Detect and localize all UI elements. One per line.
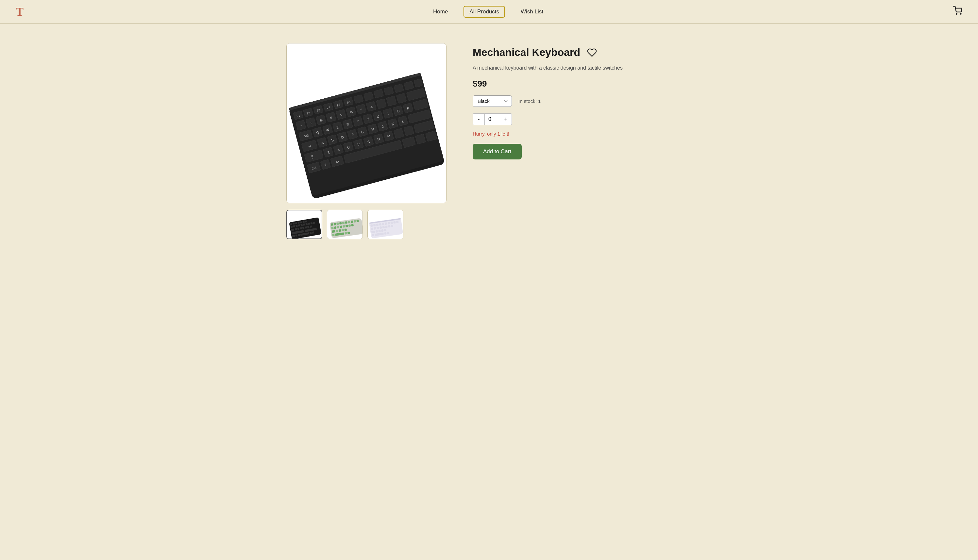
svg-point-0 — [956, 13, 957, 14]
svg-rect-142 — [305, 226, 307, 228]
nav-wish-list[interactable]: Wish List — [516, 7, 549, 17]
nav-home[interactable]: Home — [428, 7, 453, 17]
add-to-cart-button[interactable]: Add to Cart — [473, 144, 522, 160]
svg-rect-187 — [376, 223, 379, 226]
svg-rect-198 — [379, 226, 382, 229]
svg-rect-169 — [342, 225, 345, 228]
svg-rect-125 — [303, 221, 305, 223]
svg-rect-195 — [371, 227, 373, 230]
svg-rect-141 — [302, 227, 305, 229]
svg-point-1 — [960, 13, 961, 14]
svg-rect-133 — [305, 223, 308, 225]
cart-icon[interactable] — [953, 6, 962, 17]
svg-rect-192 — [390, 222, 393, 224]
svg-rect-131 — [300, 224, 303, 226]
svg-rect-165 — [331, 227, 334, 229]
svg-rect-130 — [298, 224, 300, 227]
svg-rect-140 — [300, 227, 302, 229]
svg-rect-188 — [379, 223, 381, 226]
svg-rect-200 — [385, 225, 388, 228]
product-description: A mechanical keyboard with a classic des… — [473, 65, 623, 71]
svg-rect-127 — [290, 225, 293, 228]
svg-rect-176 — [342, 229, 344, 231]
quantity-increase-button[interactable]: + — [500, 113, 512, 125]
svg-rect-160 — [345, 221, 347, 224]
quantity-row: - + — [473, 113, 623, 125]
product-details: Mechanical Keyboard A mechanical keyboar… — [473, 43, 623, 160]
svg-rect-161 — [348, 221, 350, 223]
svg-rect-175 — [339, 229, 341, 232]
svg-rect-185 — [371, 224, 373, 227]
hurry-message: Hurry, only 1 left! — [473, 131, 623, 137]
svg-rect-202 — [391, 225, 394, 227]
svg-rect-123 — [297, 222, 300, 224]
svg-rect-135 — [310, 222, 313, 225]
main-content: F1 F2 F3 F4 F5 F6 ~ ! @ # $ % ^ & Q — [260, 23, 718, 259]
svg-rect-124 — [300, 221, 302, 223]
svg-rect-204 — [375, 230, 378, 233]
svg-rect-163 — [354, 220, 356, 222]
svg-rect-143 — [307, 226, 310, 228]
thumbnail-list — [286, 210, 447, 239]
svg-rect-126 — [305, 220, 307, 222]
quantity-input[interactable] — [484, 113, 500, 125]
svg-rect-121 — [292, 222, 295, 225]
svg-rect-172 — [351, 224, 354, 227]
svg-rect-193 — [393, 221, 396, 224]
svg-rect-122 — [295, 222, 297, 224]
header: T Home All Products Wish List — [0, 0, 978, 23]
image-section: F1 F2 F3 F4 F5 F6 ~ ! @ # $ % ^ & Q — [286, 43, 447, 239]
svg-rect-159 — [342, 222, 345, 224]
color-select[interactable]: Black Green White — [473, 95, 512, 107]
svg-rect-156 — [334, 223, 336, 225]
svg-rect-157 — [336, 222, 339, 225]
svg-rect-191 — [388, 222, 390, 225]
svg-rect-148 — [295, 234, 297, 237]
svg-rect-162 — [351, 220, 353, 223]
svg-rect-206 — [381, 229, 384, 232]
product-title: Mechanical Keyboard — [473, 47, 580, 58]
svg-rect-205 — [378, 230, 381, 232]
svg-rect-132 — [303, 223, 305, 226]
quantity-decrease-button[interactable]: - — [473, 113, 484, 125]
main-nav: Home All Products Wish List — [428, 6, 549, 18]
svg-rect-199 — [382, 226, 385, 228]
svg-rect-210 — [384, 232, 387, 235]
stock-info: In stock: 1 — [518, 98, 541, 104]
svg-rect-170 — [345, 225, 348, 227]
svg-rect-197 — [377, 227, 379, 229]
keyboard-illustration: F1 F2 F3 F4 F5 F6 ~ ! @ # $ % ^ & Q — [287, 43, 446, 203]
svg-rect-151 — [310, 232, 312, 234]
svg-rect-120 — [290, 223, 292, 225]
svg-rect-158 — [339, 222, 342, 225]
svg-rect-166 — [334, 227, 337, 229]
svg-rect-186 — [373, 224, 376, 227]
svg-rect-134 — [308, 222, 310, 225]
svg-rect-196 — [374, 227, 376, 230]
svg-rect-128 — [293, 225, 295, 227]
nav-all-products[interactable]: All Products — [464, 6, 505, 18]
svg-rect-164 — [356, 220, 359, 222]
svg-rect-178 — [332, 233, 335, 236]
svg-rect-136 — [313, 222, 315, 224]
svg-rect-211 — [387, 232, 390, 234]
svg-rect-207 — [384, 229, 387, 231]
svg-rect-167 — [337, 226, 340, 228]
thumbnail-black[interactable] — [286, 210, 322, 239]
svg-rect-171 — [349, 224, 351, 227]
main-product-image: F1 F2 F3 F4 F5 F6 ~ ! @ # $ % ^ & Q — [286, 43, 447, 203]
svg-rect-194 — [396, 220, 399, 223]
wishlist-button[interactable] — [587, 47, 597, 58]
product-title-row: Mechanical Keyboard — [473, 47, 623, 58]
thumbnail-green[interactable] — [327, 210, 363, 239]
svg-rect-152 — [312, 231, 314, 233]
svg-rect-190 — [385, 222, 387, 225]
svg-rect-181 — [347, 232, 350, 234]
svg-rect-138 — [295, 228, 297, 230]
svg-rect-149 — [298, 234, 300, 236]
thumbnail-white[interactable] — [367, 210, 403, 239]
svg-rect-174 — [336, 230, 338, 232]
svg-rect-177 — [344, 228, 347, 231]
svg-rect-168 — [340, 225, 342, 228]
svg-rect-139 — [297, 227, 300, 230]
